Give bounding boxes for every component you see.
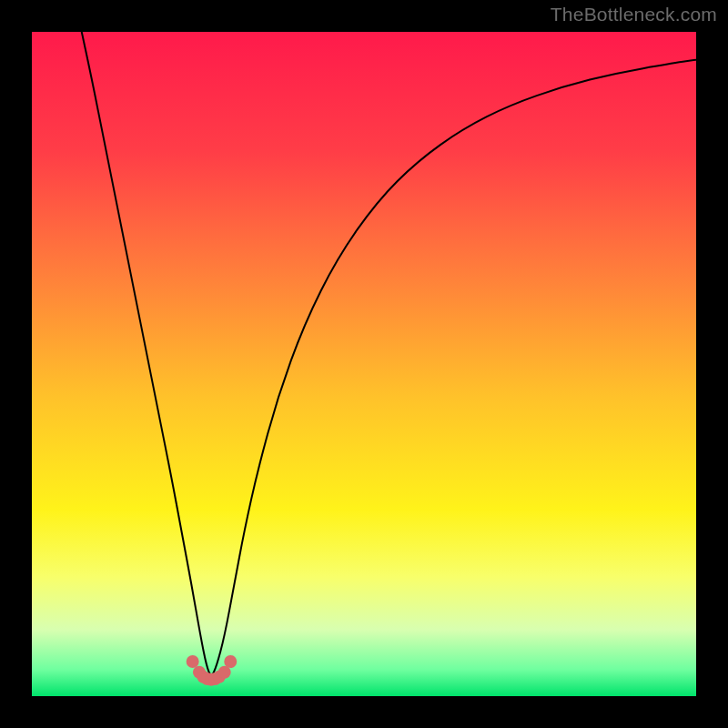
chart-frame: TheBottleneck.com [0, 0, 728, 728]
chart-plot-area [32, 32, 696, 696]
chart-background [32, 32, 696, 696]
chart-point [224, 655, 237, 668]
watermark-label: TheBottleneck.com [551, 4, 717, 25]
chart-point [187, 655, 199, 668]
chart-svg [32, 32, 696, 696]
